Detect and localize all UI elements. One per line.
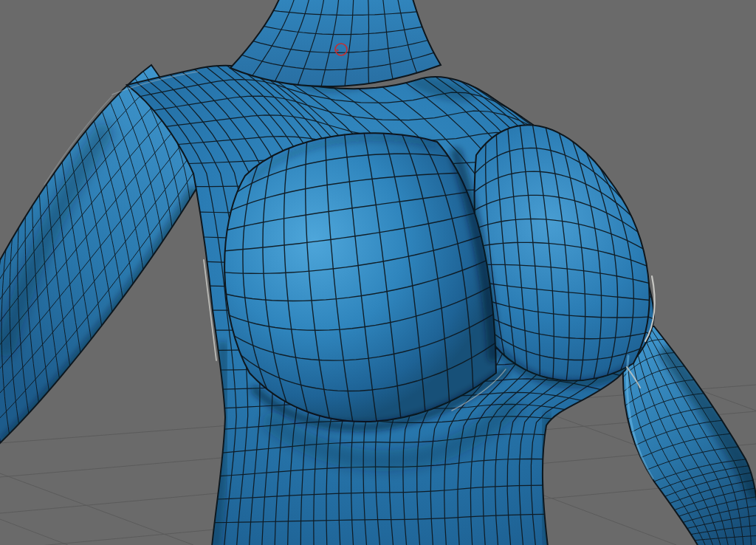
leftBreast-surface[interactable] bbox=[224, 133, 496, 422]
3d-viewport[interactable] bbox=[0, 0, 756, 545]
brush-cursor-dot bbox=[336, 49, 338, 51]
scene-canvas bbox=[0, 0, 756, 545]
left-breast-mesh[interactable] bbox=[224, 133, 496, 422]
